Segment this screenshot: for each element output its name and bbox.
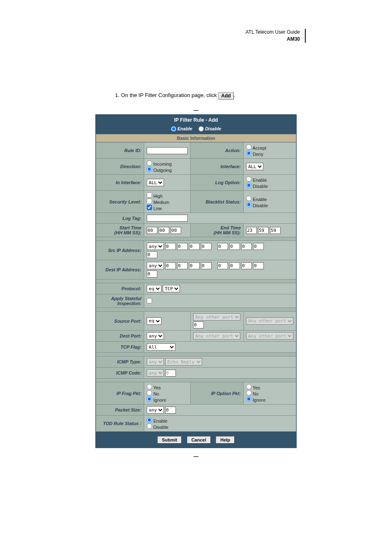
src-ip-m1[interactable] (229, 243, 240, 250)
disable-radio[interactable] (198, 126, 204, 132)
action-cell: Accept Deny (244, 143, 296, 159)
apply-stateful-check[interactable] (147, 298, 152, 303)
log-disable[interactable]: Disable (246, 183, 293, 189)
blacklist-enable[interactable]: Enable (246, 196, 293, 202)
src-ip-m2[interactable] (241, 243, 252, 250)
add-button[interactable]: Add (218, 92, 233, 99)
source-port-op[interactable]: eq (147, 317, 161, 325)
log-tag-label: Log Tag: (96, 213, 144, 224)
tcp-flag-select[interactable]: All (147, 343, 175, 351)
icmp-code-cell: any (144, 368, 296, 379)
ip-frag-cell: Yes No Ignore (144, 382, 191, 405)
src-ip-a3[interactable] (201, 243, 212, 250)
ip-frag-no-radio[interactable] (147, 390, 152, 395)
direction-incoming-radio[interactable] (147, 160, 152, 166)
src-ip-a2[interactable] (189, 243, 200, 250)
enable-radio[interactable] (171, 126, 176, 132)
ip-frag-ignore-radio[interactable] (147, 396, 152, 402)
action-accept-radio[interactable] (246, 144, 251, 150)
dest-ip-extra[interactable] (147, 271, 157, 278)
ip-option-ignore[interactable]: Ignore (246, 396, 293, 402)
end-hh[interactable] (246, 227, 257, 234)
action-deny-radio[interactable] (246, 150, 251, 156)
ip-option-no-radio[interactable] (246, 390, 251, 395)
tod-disable[interactable]: Disable (147, 423, 293, 430)
end-ss[interactable] (270, 227, 281, 234)
protocol-proto[interactable]: TCP (163, 285, 180, 292)
security-low[interactable]: Low (147, 205, 188, 211)
dest-port-op[interactable]: any (147, 332, 164, 340)
help-button[interactable]: Help (216, 436, 235, 444)
icmp-type-val: Echo Reply (165, 358, 202, 365)
source-port-2-cell: Any other port (244, 312, 296, 331)
blacklist-disable-radio[interactable] (246, 202, 251, 207)
security-medium-check[interactable] (147, 199, 152, 204)
dest-ip-a1[interactable] (177, 262, 188, 269)
dest-ip-label: Dest IP Address: (96, 260, 144, 280)
ip-frag-no[interactable]: No (147, 390, 188, 396)
security-low-check[interactable] (147, 205, 152, 210)
dest-ip-a3[interactable] (201, 262, 212, 269)
blacklist-cell: Enable Disable (244, 191, 296, 213)
dest-ip-m3[interactable] (253, 262, 264, 269)
security-high[interactable]: High (147, 192, 188, 199)
ip-option-yes-radio[interactable] (246, 384, 251, 389)
log-enable-radio[interactable] (246, 176, 251, 182)
action-label: Action: (191, 143, 244, 159)
source-port-1-cell: Any other port (191, 312, 244, 331)
protocol-op[interactable]: eq (147, 285, 161, 292)
dest-ip-m1[interactable] (229, 262, 240, 269)
log-disable-radio[interactable] (246, 183, 251, 188)
start-ss[interactable] (171, 227, 181, 234)
tod-enable-radio[interactable] (147, 417, 152, 423)
in-interface-select[interactable]: ALL (147, 179, 164, 186)
direction-incoming[interactable]: Incoming (147, 160, 188, 166)
form-fields-table: Rule ID: Action: Accept Deny Direction: … (96, 142, 296, 432)
dest-ip-a0[interactable] (165, 262, 176, 269)
src-ip-m3[interactable] (253, 243, 264, 250)
ip-option-no[interactable]: No (246, 390, 293, 396)
security-high-check[interactable] (147, 192, 152, 198)
start-mm[interactable] (159, 227, 169, 234)
tod-disable-radio[interactable] (147, 423, 152, 429)
blacklist-disable[interactable]: Disable (246, 202, 293, 208)
security-medium[interactable]: Medium (147, 199, 188, 205)
cancel-button[interactable]: Cancel (187, 436, 211, 444)
blacklist-enable-radio[interactable] (246, 196, 251, 201)
src-ip-m0[interactable] (217, 243, 228, 250)
dest-ip-m0[interactable] (217, 262, 228, 269)
action-accept[interactable]: Accept (246, 144, 293, 150)
interface-select[interactable]: ALL (246, 163, 263, 170)
tod-rule-cell: Enable Disable (144, 416, 296, 432)
end-mm[interactable] (258, 227, 269, 234)
icmp-type-op: any (147, 358, 164, 365)
action-deny[interactable]: Deny (246, 150, 293, 157)
direction-outgoing-radio[interactable] (147, 166, 152, 172)
ip-frag-yes-radio[interactable] (147, 384, 152, 389)
packet-size-op[interactable]: any (147, 406, 164, 414)
src-ip-type[interactable]: any (147, 243, 164, 250)
rule-id-input[interactable] (147, 147, 188, 154)
direction-outgoing[interactable]: Outgoing (147, 166, 188, 173)
ip-option-ignore-radio[interactable] (246, 396, 251, 402)
tod-enable[interactable]: Enable (147, 417, 293, 423)
ip-frag-yes[interactable]: Yes (147, 384, 188, 390)
dest-ip-type[interactable]: any (147, 262, 164, 269)
log-enable[interactable]: Enable (246, 176, 293, 183)
src-ip-a1[interactable] (177, 243, 188, 250)
ip-option-yes[interactable]: Yes (246, 384, 293, 390)
src-ip-label: Src IP Address: (96, 241, 144, 260)
dest-ip-m2[interactable] (241, 262, 252, 269)
submit-button[interactable]: Submit (157, 436, 182, 444)
src-ip-extra[interactable] (147, 251, 157, 258)
enable-option[interactable]: Enable (171, 126, 192, 131)
source-port-1-val[interactable] (193, 321, 204, 328)
start-hh[interactable] (147, 227, 157, 234)
dest-ip-a2[interactable] (189, 262, 200, 269)
packet-size-val[interactable] (165, 407, 176, 414)
source-port-2-select: Any other port (246, 317, 293, 325)
ip-frag-ignore[interactable]: Ignore (147, 396, 188, 402)
log-tag-input[interactable] (147, 215, 188, 222)
disable-option[interactable]: Disable (198, 126, 221, 131)
src-ip-a0[interactable] (165, 243, 176, 250)
